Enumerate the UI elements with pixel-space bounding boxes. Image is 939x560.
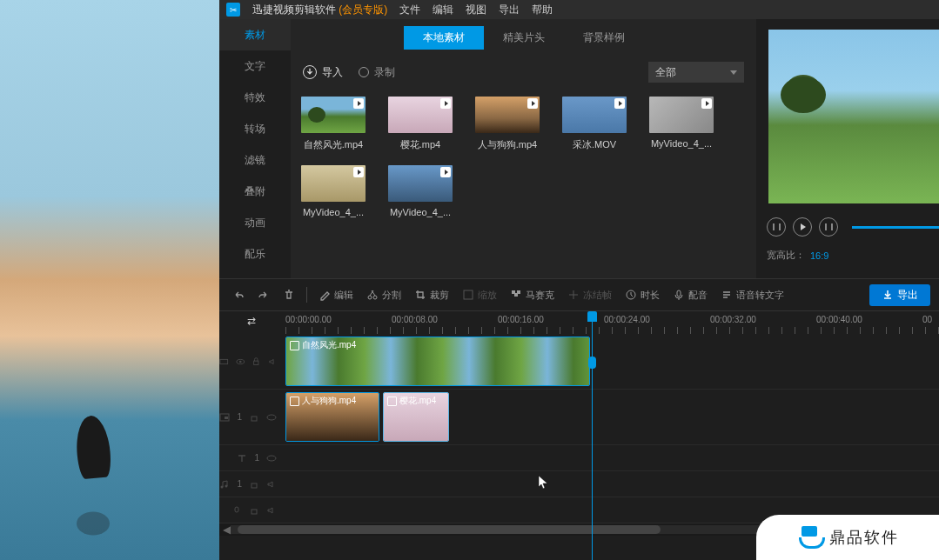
menu-file[interactable]: 文件 bbox=[399, 3, 420, 17]
sidebar-item-text[interactable]: 文字 bbox=[219, 50, 291, 82]
mute-icon[interactable] bbox=[268, 357, 278, 367]
crop-button[interactable]: 裁剪 bbox=[410, 286, 453, 304]
text-track: 1 bbox=[219, 445, 939, 471]
aspect-label: 宽高比： bbox=[767, 249, 805, 262]
thumb-item[interactable]: 人与狗狗.mp4 bbox=[475, 97, 540, 151]
eye-icon[interactable] bbox=[236, 357, 245, 367]
preview-panel: 宽高比： 16:9 bbox=[756, 19, 939, 278]
svg-rect-14 bbox=[252, 417, 257, 421]
svg-rect-21 bbox=[252, 510, 257, 514]
play-icon bbox=[614, 98, 625, 109]
menu-view[interactable]: 视图 bbox=[466, 3, 486, 17]
aspect-value[interactable]: 16:9 bbox=[810, 250, 828, 261]
thumb-item[interactable]: 樱花.mp4 bbox=[388, 97, 453, 151]
preview-progress[interactable] bbox=[852, 226, 939, 229]
video-editor-window: ✂ 迅捷视频剪辑软件 (会员专版) 文件 编辑 视图 导出 帮助 素材 文字 特… bbox=[219, 0, 939, 560]
redo-button[interactable] bbox=[253, 286, 274, 303]
svg-point-16 bbox=[267, 456, 276, 461]
mute-icon[interactable] bbox=[266, 505, 277, 516]
subtab-local[interactable]: 本地素材 bbox=[404, 26, 484, 50]
menu-export[interactable]: 导出 bbox=[499, 3, 520, 17]
dub-button[interactable]: 配音 bbox=[668, 286, 712, 304]
menu-help[interactable]: 帮助 bbox=[532, 3, 553, 17]
play-icon bbox=[353, 167, 364, 177]
ruler-mark: 00:00:08.00 bbox=[392, 315, 438, 324]
ruler-mark: 00:00:16.00 bbox=[498, 315, 544, 324]
zoom-button[interactable]: 缩放 bbox=[458, 286, 501, 304]
music-icon bbox=[219, 479, 230, 490]
audio-track: 1 bbox=[219, 471, 939, 497]
thumb-item[interactable]: MyVideo_4_... bbox=[301, 165, 366, 217]
playhead[interactable] bbox=[592, 311, 593, 560]
sidebar-item-material[interactable]: 素材 bbox=[219, 19, 291, 50]
svg-rect-19 bbox=[252, 483, 257, 488]
pip-icon bbox=[219, 412, 230, 423]
next-frame-button[interactable] bbox=[819, 217, 838, 237]
filter-dropdown[interactable]: 全部 bbox=[648, 62, 744, 83]
thumb-item[interactable]: 自然风光.mp4 bbox=[301, 97, 366, 151]
eye-icon[interactable] bbox=[266, 453, 277, 463]
delete-button[interactable] bbox=[278, 286, 299, 303]
svg-point-1 bbox=[373, 296, 377, 299]
svg-point-0 bbox=[368, 296, 372, 299]
titlebar: ✂ 迅捷视频剪辑软件 (会员专版) 文件 编辑 视图 导出 帮助 bbox=[219, 0, 939, 19]
ruler-mark: 00 bbox=[922, 315, 932, 324]
lock-icon[interactable] bbox=[249, 479, 259, 490]
lock-icon[interactable] bbox=[252, 357, 261, 367]
clip-pip1[interactable]: 人与狗狗.mp4 bbox=[285, 392, 379, 442]
lock-icon[interactable] bbox=[249, 505, 259, 516]
svg-rect-11 bbox=[254, 361, 258, 364]
export-button[interactable]: 导出 bbox=[869, 284, 930, 306]
sidebar-item-effects[interactable]: 特效 bbox=[219, 82, 291, 113]
track-number: 1 bbox=[254, 453, 259, 463]
sidebar-item-filter[interactable]: 滤镜 bbox=[219, 144, 291, 176]
app-title: 迅捷视频剪辑软件 (会员专版) bbox=[252, 3, 387, 17]
clip-main[interactable]: 自然风光.mp4 bbox=[285, 337, 590, 386]
timeline-ruler[interactable]: ⇄ 00:00:00.00 00:00:08.00 00:00:16.00 00… bbox=[219, 311, 939, 334]
prev-frame-button[interactable] bbox=[767, 217, 786, 237]
clip-pip2[interactable]: 樱花.mp4 bbox=[383, 392, 449, 442]
play-icon bbox=[527, 98, 538, 109]
subtab-bg[interactable]: 背景样例 bbox=[564, 26, 644, 50]
svg-rect-13 bbox=[225, 417, 228, 419]
thumb-item[interactable]: 采冰.MOV bbox=[562, 97, 627, 151]
subtab-intro[interactable]: 精美片头 bbox=[484, 26, 564, 50]
app-logo: ✂ bbox=[226, 3, 240, 17]
mosaic-button[interactable]: 马赛克 bbox=[506, 286, 559, 304]
add-track-icon[interactable]: ⇄ bbox=[247, 315, 256, 327]
svg-point-15 bbox=[267, 415, 276, 420]
eye-icon[interactable] bbox=[266, 412, 277, 423]
svg-rect-7 bbox=[677, 290, 681, 297]
ruler-mark: 00:00:40.00 bbox=[816, 315, 862, 324]
sidebar-item-animation[interactable]: 动画 bbox=[219, 207, 291, 238]
menu-edit[interactable]: 编辑 bbox=[433, 3, 453, 17]
sidebar-item-overlay[interactable]: 叠附 bbox=[219, 176, 291, 207]
stt-button[interactable]: 语音转文字 bbox=[716, 286, 788, 304]
thumbnail-grid: 自然风光.mp4 樱花.mp4 人与狗狗.mp4 采冰.MOV MyVideo_… bbox=[301, 97, 746, 217]
watermark-text: 鼎品软件 bbox=[829, 527, 899, 548]
import-button[interactable]: 导入 bbox=[303, 65, 343, 80]
edit-button[interactable]: 编辑 bbox=[314, 286, 358, 304]
duration-button[interactable]: 时长 bbox=[620, 286, 664, 304]
undo-button[interactable] bbox=[228, 286, 249, 303]
thumb-item[interactable]: MyVideo_4_... bbox=[649, 97, 714, 151]
play-button[interactable] bbox=[793, 217, 812, 237]
sidebar-item-transition[interactable]: 转场 bbox=[219, 113, 291, 144]
lock-icon[interactable] bbox=[249, 412, 259, 423]
mute-icon[interactable] bbox=[266, 479, 277, 490]
freeze-button[interactable]: 冻结帧 bbox=[563, 286, 616, 304]
chevron-down-icon bbox=[730, 70, 737, 75]
pip-track: 1 人与狗狗.mp4 樱花.mp4 bbox=[219, 390, 939, 445]
split-button[interactable]: 分割 bbox=[362, 286, 406, 304]
record-button[interactable]: 录制 bbox=[359, 65, 395, 80]
video-track: 自然风光.mp4 bbox=[219, 334, 939, 390]
thumb-item[interactable]: MyVideo_4_... bbox=[388, 165, 453, 217]
mouse-cursor bbox=[538, 475, 550, 493]
record-icon bbox=[359, 67, 369, 77]
svg-rect-2 bbox=[464, 290, 473, 299]
watermark: 鼎品软件 bbox=[756, 515, 939, 560]
sidebar-item-music[interactable]: 配乐 bbox=[219, 238, 291, 270]
svg-point-17 bbox=[221, 485, 224, 488]
watermark-logo bbox=[796, 524, 822, 550]
track-number: 1 bbox=[237, 412, 242, 422]
